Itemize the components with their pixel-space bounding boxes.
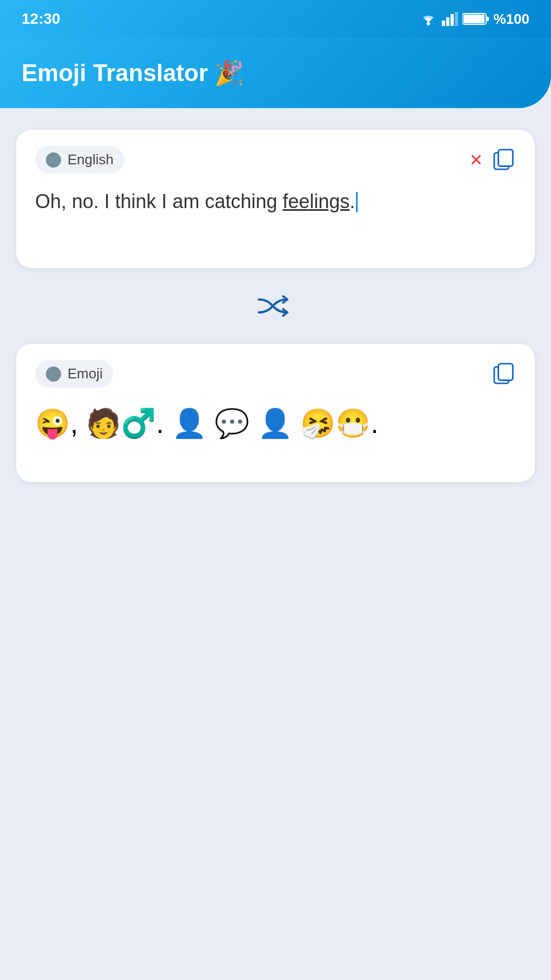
input-lang-dot — [46, 152, 61, 168]
output-lang-label: Emoji — [68, 365, 103, 382]
input-lang-label: English — [68, 151, 113, 168]
output-language-badge[interactable]: Emoji — [35, 360, 113, 388]
status-time: 12:30 — [22, 10, 61, 28]
shuffle-container — [16, 284, 535, 328]
svg-rect-7 — [486, 17, 489, 21]
output-lang-dot — [46, 366, 61, 382]
input-text-main: Oh, no. I think I am catching — [35, 190, 283, 212]
battery-text: %100 — [494, 11, 530, 28]
wifi-icon — [419, 12, 438, 26]
input-text-display: Oh, no. I think I am catching feelings. — [35, 187, 516, 252]
input-language-badge[interactable]: English — [35, 146, 124, 174]
header-emoji: 🎉 — [214, 59, 244, 86]
input-card-header: English × — [35, 146, 516, 174]
svg-rect-6 — [463, 15, 485, 23]
output-card: Emoji 😜, 🧑‍♂️. 👤 💬 👤 🤧😷. — [16, 344, 535, 482]
battery-icon — [462, 12, 489, 26]
svg-rect-2 — [446, 17, 449, 26]
svg-rect-1 — [442, 21, 445, 26]
svg-point-0 — [427, 22, 430, 25]
main-content: English × Oh, no. I think I am catching … — [0, 108, 551, 504]
input-text-after: . — [350, 190, 355, 212]
status-icons: %100 — [419, 11, 530, 28]
shuffle-icon — [257, 290, 294, 322]
svg-rect-4 — [455, 12, 458, 26]
status-bar: 12:30 %100 — [0, 0, 551, 38]
output-card-actions — [493, 363, 516, 385]
clear-button[interactable]: × — [470, 148, 482, 172]
text-cursor — [356, 192, 358, 212]
svg-rect-3 — [451, 14, 454, 26]
input-card-actions: × — [470, 148, 516, 172]
input-card: English × Oh, no. I think I am catching … — [16, 130, 535, 268]
svg-rect-11 — [499, 363, 513, 380]
signal-icon — [442, 12, 458, 26]
input-text-underlined: feelings — [283, 190, 350, 212]
output-card-header: Emoji — [35, 360, 516, 388]
svg-rect-9 — [499, 149, 513, 166]
shuffle-button[interactable] — [257, 290, 294, 322]
app-header: Emoji Translator 🎉 — [0, 38, 551, 108]
emoji-output-text: 😜, 🧑‍♂️. 👤 💬 👤 🤧😷. — [35, 408, 379, 439]
emoji-output-display: 😜, 🧑‍♂️. 👤 💬 👤 🤧😷. — [35, 401, 516, 466]
output-copy-button[interactable] — [493, 363, 516, 385]
input-copy-button[interactable] — [493, 149, 516, 171]
app-title: Emoji Translator 🎉 — [22, 59, 244, 87]
